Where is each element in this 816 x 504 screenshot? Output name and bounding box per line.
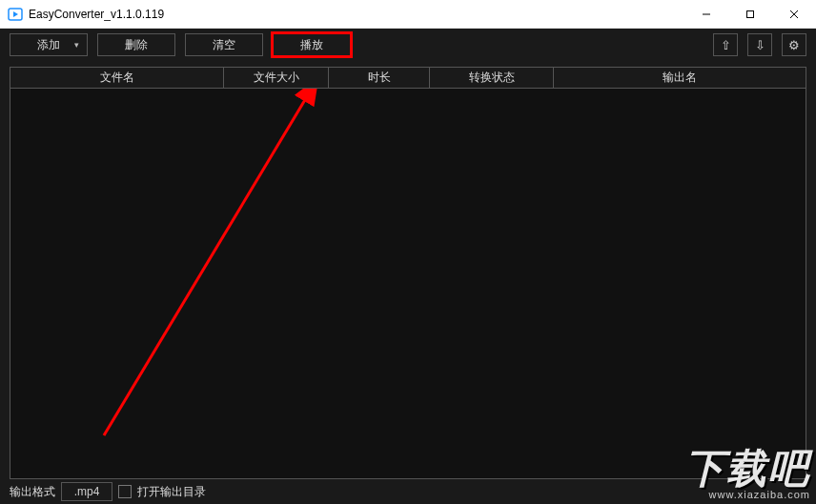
settings-button[interactable]: ⚙ [782,33,806,56]
move-up-button[interactable]: ⇧ [713,33,738,56]
play-button-label: 播放 [300,37,323,53]
app-body: 添加 ▾ 删除 清空 播放 ⇧ ⇩ ⚙ 文件名 文件大小 时长 转换状态 输出名 [0,29,816,504]
output-format-select[interactable]: .mp4 [61,482,112,501]
column-header-status[interactable]: 转换状态 [430,68,554,88]
dropdown-caret-icon: ▾ [74,40,79,50]
window-controls [684,0,816,28]
output-format-label: 输出格式 [10,484,55,500]
svg-rect-3 [747,10,754,17]
table-body[interactable] [10,89,806,478]
app-icon [8,7,23,22]
delete-button[interactable]: 删除 [97,33,175,56]
maximize-button[interactable] [728,0,772,28]
svg-marker-1 [13,11,18,17]
footer-bar: 输出格式 .mp4 打开输出目录 [0,479,816,504]
minimize-button[interactable] [684,0,728,28]
play-button[interactable]: 播放 [273,33,351,56]
move-down-button[interactable]: ⇩ [747,33,772,56]
clear-button-label: 清空 [213,37,235,53]
column-header-filename[interactable]: 文件名 [10,68,224,88]
table-header-row: 文件名 文件大小 时长 转换状态 输出名 [10,68,806,89]
gear-icon: ⚙ [788,38,800,52]
svg-line-6 [104,89,317,435]
add-button[interactable]: 添加 ▾ [10,33,88,56]
close-button[interactable] [772,0,816,28]
column-header-filesize[interactable]: 文件大小 [224,68,329,88]
annotation-arrow [10,89,807,489]
output-format-value: .mp4 [74,485,100,498]
open-output-dir-label: 打开输出目录 [137,484,206,500]
open-output-dir-checkbox[interactable] [118,485,132,498]
window-title: EasyConverter_v1.1.0.119 [29,8,684,21]
column-header-duration[interactable]: 时长 [329,68,430,88]
column-header-output[interactable]: 输出名 [554,68,806,88]
titlebar: EasyConverter_v1.1.0.119 [0,0,816,29]
file-table: 文件名 文件大小 时长 转换状态 输出名 [10,67,806,479]
delete-button-label: 删除 [125,37,148,53]
toolbar: 添加 ▾ 删除 清空 播放 ⇧ ⇩ ⚙ [0,29,816,61]
arrow-down-icon: ⇩ [755,38,765,52]
arrow-up-icon: ⇧ [721,38,731,52]
clear-button[interactable]: 清空 [185,33,263,56]
add-button-label: 添加 [37,37,60,53]
